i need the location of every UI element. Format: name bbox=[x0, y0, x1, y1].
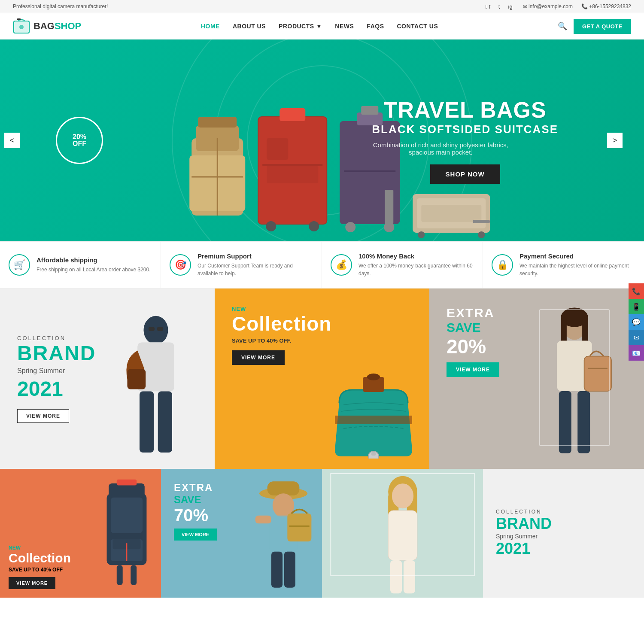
collection-b3-light bbox=[322, 469, 483, 598]
svg-rect-15 bbox=[267, 166, 318, 183]
collection-center-viewmore[interactable]: VIEW MORE bbox=[232, 350, 285, 365]
feature-payment: 🔒 Payment Secured We maintain the highes… bbox=[483, 242, 644, 288]
feature-payment-text: Payment Secured We maintain the highest … bbox=[519, 252, 635, 277]
feature-support: 🎯 Premium Support Our Customer Support T… bbox=[161, 242, 322, 288]
nav-products[interactable]: PRODUCTS ▼ bbox=[279, 23, 322, 30]
collection-new-center: NEW Collection SAVE UP TO 40% OFF. VIEW … bbox=[215, 289, 429, 469]
feature-shipping: 🛒 Affordable shipping Free shipping on a… bbox=[0, 242, 161, 288]
svg-rect-50 bbox=[577, 391, 590, 453]
collection-extra-right: EXTRA SAVE 20% VIEW MORE bbox=[429, 289, 644, 469]
bag-red-suitcase bbox=[254, 95, 331, 241]
collection-center-text: NEW Collection SAVE UP TO 40% OFF. VIEW … bbox=[232, 306, 412, 365]
hero-discount: 20% OFF bbox=[56, 117, 103, 164]
hero-prev-button[interactable]: < bbox=[4, 133, 20, 148]
svg-point-30 bbox=[478, 231, 485, 238]
collections-bottom: NEW Collection SAVE UP TO 40% OFF VIEW M… bbox=[0, 469, 644, 598]
email: ✉ info@example.com bbox=[523, 3, 573, 9]
svg-rect-56 bbox=[111, 497, 143, 533]
collection-right-viewmore[interactable]: VIEW MORE bbox=[447, 362, 499, 377]
teal-bag-svg bbox=[326, 373, 421, 459]
svg-rect-9 bbox=[198, 117, 237, 128]
nav-home[interactable]: HOME bbox=[201, 23, 220, 30]
header: BAGSHOP HOME ABOUT US PRODUCTS ▼ NEWS FA… bbox=[0, 13, 644, 39]
facebook-icon[interactable]:  f bbox=[484, 3, 492, 10]
man-hat-svg bbox=[249, 477, 318, 598]
quote-button[interactable]: GET A QUOTE bbox=[574, 19, 631, 34]
feature-shipping-text: Affordable shipping Free shipping on all… bbox=[36, 256, 151, 273]
collection-b2-teal: EXTRA SAVE 70% VIEW MORE bbox=[161, 469, 322, 598]
top-bar: Professional digital camera manufacturer… bbox=[0, 0, 644, 13]
svg-point-2 bbox=[19, 25, 24, 29]
backpack-image bbox=[97, 469, 157, 598]
side-email[interactable]: 📧 bbox=[629, 345, 644, 361]
svg-point-41 bbox=[367, 374, 380, 380]
side-contact: 📞 📱 💬 ✉ 📧 bbox=[629, 283, 644, 361]
coll-b2-text: EXTRA SAVE 70% VIEW MORE bbox=[174, 482, 217, 541]
svg-rect-53 bbox=[588, 368, 607, 369]
side-chat[interactable]: 💬 bbox=[629, 314, 644, 330]
svg-point-16 bbox=[266, 221, 276, 231]
backpack-svg bbox=[97, 477, 157, 589]
feature-moneyback-text: 100% Money Back We offer a 100% money-ba… bbox=[358, 252, 474, 277]
extra-save-text: EXTRA SAVE 20% VIEW MORE bbox=[447, 306, 499, 377]
hero-section: < 20% OFF bbox=[0, 39, 644, 241]
teal-bag-image bbox=[326, 373, 421, 460]
social-icons:  f t ig bbox=[484, 3, 514, 10]
discount-circle: 20% OFF bbox=[56, 117, 103, 164]
svg-rect-13 bbox=[262, 164, 322, 166]
svg-rect-27 bbox=[421, 205, 481, 222]
svg-rect-73 bbox=[289, 526, 310, 527]
support-icon: 🎯 bbox=[170, 254, 191, 276]
coll-b1-viewmore[interactable]: VIEW MORE bbox=[9, 577, 55, 589]
nav-faqs[interactable]: FAQS bbox=[367, 23, 384, 30]
svg-rect-65 bbox=[267, 481, 300, 495]
coll-b1-text: NEW Collection SAVE UP TO 40% OFF VIEW M… bbox=[9, 545, 71, 589]
header-right: 🔍 GET A QUOTE bbox=[558, 19, 631, 34]
hero-next-button[interactable]: > bbox=[607, 133, 623, 148]
model-right-svg bbox=[532, 306, 617, 469]
svg-rect-28 bbox=[473, 220, 490, 223]
hero-right-text: TRAVEL BAGS BLACK SOFTSIDED SUITCASE Com… bbox=[372, 97, 558, 184]
svg-rect-71 bbox=[284, 552, 295, 588]
collection-brand-left: COLLECTION BRAND Spring Summer 2021 VIEW… bbox=[0, 289, 215, 469]
instagram-icon[interactable]: ig bbox=[507, 3, 514, 10]
nav-about[interactable]: ABOUT US bbox=[233, 23, 266, 30]
collection-b1-orange: NEW Collection SAVE UP TO 40% OFF VIEW M… bbox=[0, 469, 161, 598]
twitter-icon[interactable]: t bbox=[495, 3, 503, 10]
svg-rect-60 bbox=[117, 565, 123, 585]
collection-brand-viewmore[interactable]: VIEW MORE bbox=[17, 409, 69, 423]
svg-point-22 bbox=[345, 222, 355, 232]
svg-rect-24 bbox=[385, 190, 393, 224]
moneyback-icon: 💰 bbox=[331, 254, 352, 276]
model-bag-right bbox=[504, 289, 644, 469]
search-icon[interactable]: 🔍 bbox=[558, 21, 567, 31]
features-section: 🛒 Affordable shipping Free shipping on a… bbox=[0, 241, 644, 289]
collection-b4-white: COLLECTION BRAND Spring Summer 2021 bbox=[483, 469, 644, 598]
tagline: Professional digital camera manufacturer… bbox=[13, 3, 108, 9]
bag-beige-low bbox=[408, 185, 494, 241]
logo-icon bbox=[13, 18, 30, 35]
nav-news[interactable]: NEWS bbox=[335, 23, 354, 30]
phone: 📞 +86-15529234832 bbox=[581, 3, 631, 9]
shipping-icon: 🛒 bbox=[9, 254, 30, 276]
side-mobile[interactable]: 📱 bbox=[629, 299, 644, 314]
svg-rect-58 bbox=[109, 483, 145, 498]
shop-now-button[interactable]: SHOP NOW bbox=[430, 164, 500, 184]
side-message[interactable]: ✉ bbox=[629, 330, 644, 345]
main-nav: HOME ABOUT US PRODUCTS ▼ NEWS FAQS CONTA… bbox=[201, 23, 438, 30]
top-bar-right:  f t ig ✉ info@example.com 📞 +86-155292… bbox=[484, 3, 631, 10]
side-phone[interactable]: 📞 bbox=[629, 283, 644, 299]
svg-rect-70 bbox=[271, 552, 283, 588]
logo[interactable]: BAGSHOP bbox=[13, 18, 81, 35]
svg-rect-36 bbox=[148, 327, 154, 331]
svg-rect-49 bbox=[559, 391, 571, 453]
svg-point-29 bbox=[418, 231, 425, 238]
svg-rect-12 bbox=[279, 108, 305, 121]
nav-contact[interactable]: CONTACT US bbox=[397, 23, 438, 30]
svg-rect-39 bbox=[335, 416, 412, 424]
svg-rect-14 bbox=[267, 138, 288, 160]
feature-support-text: Premium Support Our Customer Support Tea… bbox=[197, 252, 313, 277]
frame-box bbox=[330, 473, 475, 576]
coll-b2-viewmore[interactable]: VIEW MORE bbox=[174, 529, 217, 541]
svg-rect-68 bbox=[255, 516, 271, 524]
